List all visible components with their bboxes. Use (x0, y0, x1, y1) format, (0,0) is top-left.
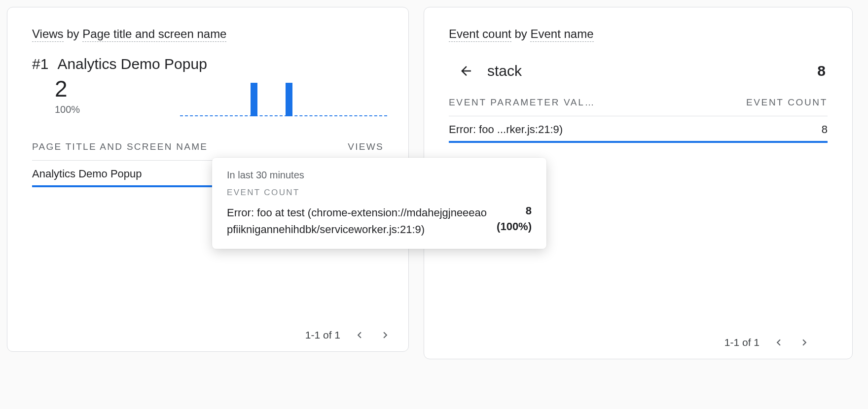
tooltip-message: Error: foo at test (chrome-extension://m… (227, 204, 489, 238)
tooltip-percent: (100%) (497, 220, 532, 233)
arrow-left-icon (459, 64, 473, 78)
events-dimension-selector[interactable]: Event name (530, 27, 593, 42)
chevron-right-icon (379, 329, 392, 341)
events-card-title: Event count by Event name (424, 7, 852, 41)
events-table-row[interactable]: Error: foo ...rker.js:21:9) 8 (449, 116, 828, 143)
views-paginator: 1-1 of 1 (7, 329, 408, 351)
events-next-page-button[interactable] (798, 336, 811, 349)
analytics-realtime-page: Views by Page title and screen name #1 A… (0, 0, 868, 409)
events-metric-selector[interactable]: Event count (449, 27, 511, 42)
views-table-header-metric: Views (348, 141, 384, 152)
tooltip-timeframe: In last 30 minutes (227, 170, 532, 181)
views-summary-row: 2 100% (32, 77, 387, 117)
sparkline-baseline (180, 115, 387, 116)
event-name: stack (487, 63, 522, 79)
views-sparkline-chart (180, 77, 387, 117)
chevron-left-icon (772, 336, 785, 349)
events-row-label: Error: foo ...rker.js:21:9) (449, 123, 563, 136)
events-table-header-metric: Event count (746, 97, 828, 108)
events-table-header-dim: Event parameter val… (449, 97, 595, 108)
sparkline-bar (251, 83, 257, 116)
chevron-left-icon (353, 329, 366, 341)
views-count: 2 (55, 77, 80, 100)
back-button[interactable] (459, 64, 473, 78)
top-item-title: Analytics Demo Popup (57, 56, 207, 72)
event-header-row: stack 8 (449, 56, 828, 89)
views-next-page-button[interactable] (379, 329, 392, 341)
rank-label: #1 (32, 56, 48, 72)
views-table-header: Page title and screen name Views (32, 134, 384, 161)
tooltip-value: 8 (497, 204, 532, 217)
top-item-row: #1 Analytics Demo Popup (32, 56, 384, 72)
views-prev-page-button[interactable] (353, 329, 366, 341)
tooltip-popover: In last 30 minutes Event count Error: fo… (212, 158, 546, 249)
views-dimension-selector[interactable]: Page title and screen name (82, 27, 226, 42)
events-title-by: by (511, 27, 531, 41)
views-card-title: Views by Page title and screen name (7, 7, 408, 41)
views-row-label: Analytics Demo Popup (32, 168, 142, 180)
views-percent: 100% (55, 104, 80, 115)
views-table-header-dim: Page title and screen name (32, 141, 208, 152)
events-row-value: 8 (822, 123, 828, 136)
events-prev-page-button[interactable] (772, 336, 785, 349)
tooltip-section-header: Event count (227, 188, 532, 198)
chevron-right-icon (798, 336, 811, 349)
views-title-by: by (64, 27, 83, 41)
events-table-header: Event parameter val… Event count (449, 92, 828, 116)
events-paginator: 1-1 of 1 (449, 336, 828, 359)
events-paginator-range: 1-1 of 1 (724, 337, 760, 348)
sparkline-bar (286, 83, 292, 116)
views-paginator-range: 1-1 of 1 (305, 329, 340, 341)
views-metric-selector[interactable]: Views (32, 27, 64, 42)
event-total-count: 8 (817, 63, 828, 79)
